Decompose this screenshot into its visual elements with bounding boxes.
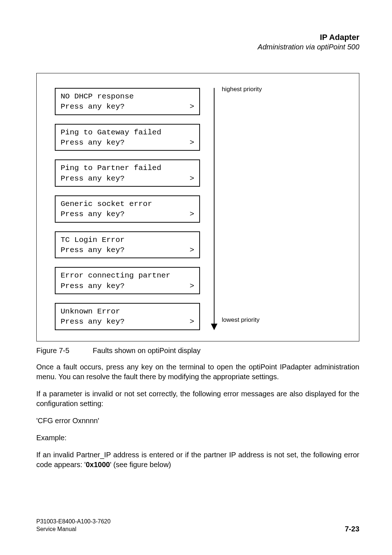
display-marker: > [189,281,194,291]
display-marker: > [189,138,194,148]
body-paragraph-4: Example: [36,433,359,443]
display-box: NO DHCP response Press any key? > [55,88,200,115]
priority-label-bottom: lowest priority [222,316,260,324]
priority-arrow-line [214,88,215,324]
display-box: Generic socket error Press any key? > [55,195,200,223]
page-number: 7-23 [345,525,359,533]
page-footer: P31003-E8400-A100-3-7620 Service Manual … [36,518,359,533]
display-row: NO DHCP response Press any key? > [55,88,211,115]
display-row: Ping to Partner failed Press any key? > [55,159,211,187]
display-line2-text: Press any key? [61,281,124,291]
display-marker: > [189,174,194,184]
display-line2-text: Press any key? [61,245,124,255]
display-line1: Error connecting partner [61,271,194,281]
display-box: Ping to Gateway failed Press any key? > [55,124,200,151]
display-line1: TC Login Error [61,235,194,245]
body-paragraph-1: Once a fault occurs, press any key on th… [36,362,359,382]
header-subtitle: Administration via optiPoint 500 [36,43,359,51]
display-line2-text: Press any key? [61,317,124,327]
display-line2: Press any key? > [61,174,194,184]
figure-left: NO DHCP response Press any key? > Ping t… [55,88,211,330]
body-p5-pre: If an invalid Partner_IP address is ente… [36,451,359,469]
display-line2-text: Press any key? [61,209,124,219]
page: IP Adapter Administration via optiPoint … [0,0,392,555]
figure-caption-label: Figure 7-5 [36,347,91,355]
display-line1: NO DHCP response [61,92,194,102]
display-line1: Unknown Error [61,307,194,317]
header-title: IP Adapter [36,33,359,42]
body-paragraph-2: If a parameter is invalid or not set cor… [36,389,359,409]
display-box: Unknown Error Press any key? > [55,303,200,330]
display-marker: > [189,317,194,327]
priority-label-top: highest priority [222,86,262,93]
figure-caption-text: Faults shown on optiPoint display [93,347,201,355]
body-paragraph-5: If an invalid Partner_IP address is ente… [36,450,359,470]
display-row: Unknown Error Press any key? > [55,303,211,330]
body-p5-code: 0x1000 [86,461,110,469]
display-marker: > [189,245,194,255]
display-line2-text: Press any key? [61,174,124,184]
display-line2-text: Press any key? [61,102,124,112]
display-line2: Press any key? > [61,102,194,112]
display-row: Error connecting partner Press any key? … [55,267,211,294]
footer-doc-type: Service Manual [36,526,111,533]
display-row: Ping to Gateway failed Press any key? > [55,124,211,151]
display-marker: > [189,102,194,112]
body-p5-post: ' (see figure below) [110,461,171,469]
arrow-down-icon [211,324,217,330]
display-line1: Generic socket error [61,199,194,209]
display-line2: Press any key? > [61,317,194,327]
display-box: Ping to Partner failed Press any key? > [55,159,200,187]
display-line2: Press any key? > [61,209,194,219]
body-paragraph-3: 'CFG error Oxnnnn' [36,416,359,426]
display-row: Generic socket error Press any key? > [55,195,211,223]
display-box: TC Login Error Press any key? > [55,231,200,259]
footer-left: P31003-E8400-A100-3-7620 Service Manual [36,518,111,533]
display-boxes-stack: NO DHCP response Press any key? > Ping t… [55,88,211,330]
display-line1: Ping to Partner failed [61,163,194,173]
display-marker: > [189,209,194,219]
figure-frame: NO DHCP response Press any key? > Ping t… [36,73,359,341]
display-line1: Ping to Gateway failed [61,127,194,138]
page-header: IP Adapter Administration via optiPoint … [36,33,359,51]
display-line2: Press any key? > [61,245,194,255]
figure-row: NO DHCP response Press any key? > Ping t… [55,88,341,330]
display-line2: Press any key? > [61,281,194,291]
figure-right: highest priority lowest priority [211,88,341,330]
footer-doc-id: P31003-E8400-A100-3-7620 [36,518,111,526]
display-line2: Press any key? > [61,138,194,148]
figure-caption: Figure 7-5 Faults shown on optiPoint dis… [36,347,359,355]
display-box: Error connecting partner Press any key? … [55,267,200,294]
display-row: TC Login Error Press any key? > [55,231,211,259]
display-line2-text: Press any key? [61,138,124,148]
